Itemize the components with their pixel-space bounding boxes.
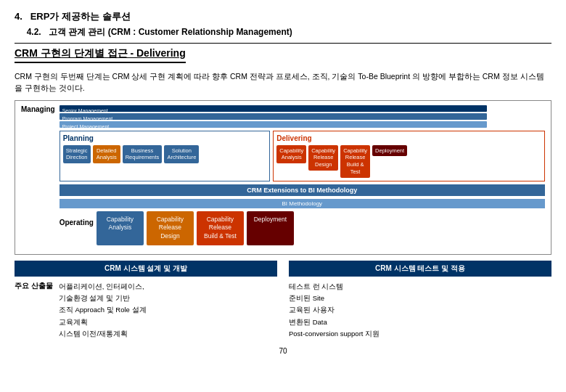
planning-section: Planning StrategicDirection DetailedAnal… bbox=[60, 131, 271, 181]
delivering-boxes: CapabilityAnalysis CapabilityReleaseDesi… bbox=[276, 145, 541, 178]
senior-management-bar: Senior Management bbox=[60, 105, 487, 112]
managing-label: Managing bbox=[21, 105, 55, 113]
delivering-box-1: CapabilityReleaseDesign bbox=[308, 145, 338, 171]
output-item-1: 기술환경 설계 및 기반 bbox=[59, 293, 147, 304]
output-title-left: 주요 산출물 bbox=[15, 281, 53, 291]
delivering-box-3: Deployment bbox=[372, 145, 407, 157]
managing-bars: Senior Management Program Management Pro… bbox=[60, 105, 545, 128]
right-item-0: 테스트 런 시스템 bbox=[289, 281, 380, 293]
sub-section-title: 4.2. 고객 관계 관리 (CRM : Customer Relationsh… bbox=[15, 26, 551, 38]
project-management-bar: Project Management bbox=[60, 121, 487, 128]
output-items-left: 어플리케이션, 인터페이스, 기술환경 설계 및 기반 조직 Approach … bbox=[59, 281, 147, 340]
sub-title-text: 고객 관계 관리 (CRM : Customer Relationship Ma… bbox=[49, 27, 292, 37]
bottom-left: CRM 시스템 설계 및 개발 주요 산출물 어플리케이션, 인터페이스, 기술… bbox=[15, 261, 277, 343]
sub-number: 4.2. bbox=[27, 27, 41, 37]
planning-box-2: BusinessRequirements bbox=[123, 145, 163, 164]
output-row-left: 주요 산출물 어플리케이션, 인터페이스, 기술환경 설계 및 기반 조직 Ap… bbox=[15, 281, 277, 340]
output-item-4: 시스템 이전/재통계획 bbox=[59, 328, 147, 340]
planning-boxes: StrategicDirection DetailedAnalysis Busi… bbox=[63, 145, 267, 164]
planning-label: Planning bbox=[63, 134, 267, 142]
output-item-0: 어플리케이션, 인터페이스, bbox=[59, 281, 147, 293]
output-item-3: 교육계획 bbox=[59, 317, 147, 328]
delivering-box-0: CapabilityAnalysis bbox=[276, 145, 306, 164]
output-row-right: 테스트 런 시스템 준비된 Site 교육된 사용자 변환된 Data Post… bbox=[289, 281, 551, 340]
section-number: 4. bbox=[15, 11, 22, 22]
crm-heading: CRM 구현의 단계별 접근 - Delivering bbox=[15, 47, 551, 68]
section-title-text: ERP가 제공하는 솔루션 bbox=[30, 11, 131, 22]
delivering-section: Delivering CapabilityAnalysis Capability… bbox=[273, 131, 545, 181]
operating-boxes: CapabilityAnalysis CapabilityReleaseDesi… bbox=[97, 211, 545, 246]
planning-box-1: DetailedAnalysis bbox=[93, 145, 120, 164]
op-box-2: CapabilityReleaseBuild & Test bbox=[197, 211, 244, 246]
op-box-0: CapabilityAnalysis bbox=[97, 211, 144, 246]
bi-bar: CRM Extensions to BI Methodology bbox=[60, 184, 545, 196]
right-item-3: 변환된 Data bbox=[289, 317, 380, 328]
planning-box-0: StrategicDirection bbox=[63, 145, 91, 164]
crm-system-label-left: CRM 시스템 설계 및 개발 bbox=[15, 261, 277, 277]
description-text: CRM 구현의 두번째 단계는 CRM 상세 구현 계획에 따라 향후 CRM … bbox=[15, 71, 551, 94]
delivering-box-2: CapabilityReleaseBuild &Test bbox=[340, 145, 370, 178]
bi-sub-bar: BI Methodology bbox=[60, 199, 545, 208]
program-management-bar: Program Management bbox=[60, 113, 487, 120]
delivering-label: Delivering bbox=[276, 134, 541, 142]
bottom-row: CRM 시스템 설계 및 개발 주요 산출물 어플리케이션, 인터페이스, 기술… bbox=[15, 261, 551, 343]
section-header: 4. ERP가 제공하는 솔루션 4.2. 고객 관계 관리 (CRM : Cu… bbox=[15, 10, 551, 38]
crm-system-label-right: CRM 시스템 테스트 및 적용 bbox=[289, 261, 551, 277]
main-diagram: Managing Senior Management Program Manag… bbox=[15, 100, 551, 256]
right-item-4: Post-conversion support 지원 bbox=[289, 328, 380, 340]
section-divider bbox=[15, 43, 551, 44]
output-item-2: 조직 Approach 및 Role 설계 bbox=[59, 304, 147, 316]
plan-deliver-row: Planning StrategicDirection DetailedAnal… bbox=[60, 131, 545, 181]
right-item-2: 교육된 사용자 bbox=[289, 304, 380, 316]
output-items-right: 테스트 런 시스템 준비된 Site 교육된 사용자 변환된 Data Post… bbox=[289, 281, 380, 340]
op-box-1: CapabilityReleaseDesign bbox=[147, 211, 194, 246]
op-box-3: Deployment bbox=[247, 211, 294, 246]
operating-label: Operating bbox=[60, 211, 94, 226]
right-item-1: 준비된 Site bbox=[289, 293, 380, 304]
page-number: 70 bbox=[15, 347, 551, 355]
bottom-right: CRM 시스템 테스트 및 적용 테스트 런 시스템 준비된 Site 교육된 … bbox=[289, 261, 551, 343]
planning-box-3: SolutionArchitecture bbox=[164, 145, 199, 164]
operating-row: Operating CapabilityAnalysis CapabilityR… bbox=[60, 211, 545, 246]
section-number-title: 4. ERP가 제공하는 솔루션 bbox=[15, 10, 551, 23]
